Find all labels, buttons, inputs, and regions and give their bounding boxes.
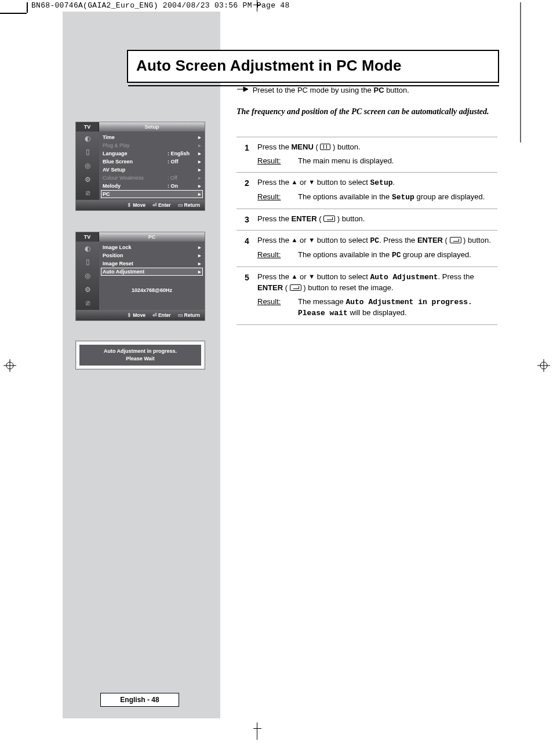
t: Enter (158, 202, 171, 208)
t: Return (184, 312, 200, 318)
osd-progress-screenshot: Auto Adjustment in progress. Please Wait (75, 341, 205, 370)
result-label: Result: (257, 156, 298, 166)
t: MENU (292, 143, 314, 151)
preset-note-pre: Preset to the PC mode by using the (253, 86, 374, 94)
crop-tick-right (520, 2, 521, 143)
preset-note-post: button. (384, 86, 409, 94)
t: Press the (257, 178, 292, 187)
step-number: 3 (237, 214, 257, 224)
t: Press the (257, 236, 292, 244)
t: Return (184, 202, 200, 208)
page-title: Auto Screen Adjustment in PC Mode (136, 57, 490, 75)
osd-footer: ⇕Move ⏎Enter ▭Return (76, 200, 205, 210)
setup-icon: ⚙ (76, 173, 99, 187)
step-number: 2 (237, 177, 257, 203)
down-triangle-icon: ▼ (308, 178, 315, 185)
osd-icon-strip: ◐ ▯ ◎ ⚙ ⎚ (76, 242, 99, 310)
step-number: 5 (237, 272, 257, 319)
page: BN68-00746A(GAIA2_Euro_ENG) 2004/08/23 0… (0, 0, 553, 756)
step-5: 5 Press the ▲ or ▼ button to select Auto… (237, 266, 497, 325)
result-label: Result: (257, 297, 298, 319)
preset-note: Preset to the PC mode by using the PC bu… (237, 86, 497, 94)
osd-footer: ⇕Move ⏎Enter ▭Return (76, 310, 205, 320)
move-icon: ⇕ (127, 202, 132, 208)
t: ) button. (330, 143, 360, 151)
t: Enter (158, 312, 171, 318)
osd-pc-screenshot: TV PC ◐ ▯ ◎ ⚙ ⎚ Image Lock▸Position▸Imag… (75, 232, 205, 321)
osd-menu-item: Melody: On▸ (103, 182, 201, 190)
t: The message (298, 297, 345, 306)
t: ) button to reset the image. (301, 283, 394, 292)
osd-setup-screenshot: TV Setup ◐ ▯ ◎ ⚙ ⎚ Time▸Plug & Play▸Lang… (75, 122, 205, 211)
title-box: Auto Screen Adjustment in PC Mode (127, 50, 499, 83)
picture-icon: ◐ (76, 132, 99, 145)
t: ( (443, 236, 450, 244)
osd-title: Setup (99, 122, 205, 132)
up-triangle-icon: ▲ (292, 178, 298, 185)
t: ENTER (257, 283, 283, 292)
osd-tv-label: TV (76, 122, 99, 132)
osd-menu-item: Plug & Play▸ (103, 141, 201, 149)
channel-icon: ◎ (76, 269, 99, 283)
osd-menu-item: Position▸ (103, 251, 201, 260)
enter-icon: ⏎ (152, 202, 157, 208)
registration-mark-right (537, 359, 550, 372)
t: Press the (257, 143, 292, 151)
result-text: The main menu is displayed. (298, 156, 497, 166)
t: will be displayed. (348, 308, 407, 317)
step-2: 2 Press the ▲ or ▼ button to select Setu… (237, 172, 497, 209)
t: The options available in the (298, 250, 392, 259)
osd-pc-list: Image Lock▸Position▸Image Reset▸Auto Adj… (99, 242, 205, 310)
channel-icon: ◎ (76, 159, 99, 173)
up-triangle-icon: ▲ (292, 236, 298, 243)
osd-icon-strip: ◐ ▯ ◎ ⚙ ⎚ (76, 132, 99, 200)
t: . (393, 178, 395, 187)
osd-menu-item: Time▸ (103, 133, 201, 141)
crop-tick-left (27, 2, 28, 13)
page-footer: English - 48 (100, 693, 179, 707)
t: or (297, 178, 308, 187)
osd-menu-item: Colour Weakness: Off▸ (103, 174, 201, 182)
t: Move (133, 202, 145, 208)
menu-icon (320, 144, 330, 150)
osd-tv-label: TV (76, 232, 99, 242)
input-icon: ⎚ (76, 296, 99, 310)
osd-menu-item: Image Lock▸ (103, 243, 201, 251)
t: ENTER (417, 236, 443, 244)
t: ENTER (292, 214, 317, 223)
move-icon: ⇕ (127, 312, 132, 318)
step-number: 1 (237, 142, 257, 166)
t: button to select (315, 178, 370, 187)
osd-resolution: 1024x768@60Hz (103, 287, 201, 293)
t: ( (317, 214, 324, 223)
enter-icon: ⏎ (152, 312, 157, 318)
t: Press the (257, 214, 292, 223)
t: ) button. (461, 236, 491, 244)
arrow-icon (237, 86, 250, 94)
crop-rule-top-left (0, 13, 27, 14)
t: Setup (370, 178, 393, 187)
t: . Press the (379, 236, 417, 244)
down-triangle-icon: ▼ (308, 236, 315, 243)
down-triangle-icon: ▼ (308, 273, 315, 280)
t: Setup (392, 193, 414, 202)
enter-icon (323, 216, 335, 222)
t: or (297, 236, 308, 244)
t: Press the (257, 272, 292, 281)
crop-mark-top (253, 0, 261, 12)
osd-menu-item: Language: English▸ (103, 149, 201, 158)
result-label: Result: (257, 192, 298, 203)
step-4: 4 Press the ▲ or ▼ button to select PC. … (237, 230, 497, 266)
registration-mark-left (3, 359, 16, 372)
t: ( (283, 283, 290, 292)
doc-header: BN68-00746A(GAIA2_Euro_ENG) 2004/08/23 0… (0, 0, 553, 10)
t: Move (133, 312, 145, 318)
title-block: Auto Screen Adjustment in PC Mode (127, 50, 499, 86)
progress-line2: Please Wait (126, 355, 155, 363)
osd-menu-item: Image Reset▸ (103, 260, 201, 268)
osd-menu-item: Blue Screen: Off▸ (103, 158, 201, 166)
step-3: 3 Press the ENTER ( ) button. (237, 209, 497, 230)
preset-note-bold: PC (373, 86, 384, 94)
t: ) button. (335, 214, 365, 223)
step-1: 1 Press the MENU ( ) button. Result: The… (237, 137, 497, 172)
